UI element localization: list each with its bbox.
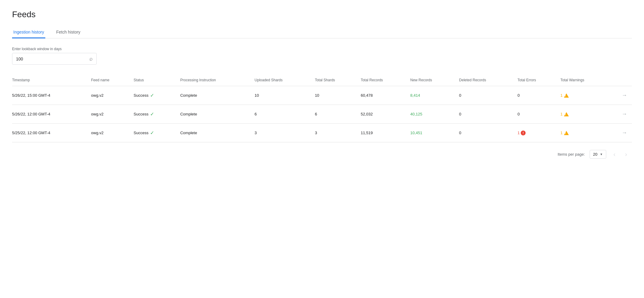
error-count: 0: [517, 93, 520, 98]
table-header-row: Timestamp Feed name Status Processing In…: [12, 74, 632, 86]
cell-feed-name: owg.v2: [91, 105, 134, 124]
error-icon: !: [521, 131, 526, 135]
warning-icon: [564, 112, 569, 116]
cell-feed-name: owg.v2: [91, 86, 134, 105]
cell-timestamp: 5/26/22, 12:00 GMT-4: [12, 105, 91, 124]
error-count: 0: [517, 112, 520, 116]
status-text: Success: [134, 131, 148, 135]
table-container: Timestamp Feed name Status Processing In…: [12, 74, 632, 142]
tab-bar: Ingestion history Fetch history: [12, 27, 632, 38]
col-total-shards: Total Shards: [315, 74, 361, 86]
search-icon[interactable]: ⌕: [89, 56, 93, 62]
check-icon: ✓: [150, 111, 154, 117]
cell-total-warnings: 1: [560, 124, 613, 142]
search-input[interactable]: [16, 57, 87, 61]
ingestion-table: Timestamp Feed name Status Processing In…: [12, 74, 632, 142]
cell-deleted-records: 0: [459, 105, 517, 124]
prev-page-button[interactable]: ‹: [611, 150, 618, 159]
cell-processing-instruction: Complete: [180, 105, 255, 124]
cell-action[interactable]: →: [613, 86, 632, 105]
cell-total-errors: 0: [517, 86, 560, 105]
cell-total-warnings: 1: [560, 105, 613, 124]
per-page-select[interactable]: 20 ▼: [590, 150, 606, 159]
tab-fetch-history[interactable]: Fetch history: [55, 27, 82, 38]
cell-uploaded-shards: 3: [255, 124, 315, 142]
cell-total-errors: 1 !: [517, 124, 560, 142]
cell-feed-name: owg.v2: [91, 124, 134, 142]
new-records-value: 40,125: [410, 112, 422, 116]
col-action: [613, 74, 632, 86]
error-count: 1: [517, 131, 520, 135]
col-deleted-records: Deleted Records: [459, 74, 517, 86]
warning-icon: [564, 131, 569, 135]
col-status: Status: [134, 74, 180, 86]
cell-new-records: 8,414: [410, 86, 459, 105]
cell-timestamp: 5/25/22, 12:00 GMT-4: [12, 124, 91, 142]
col-timestamp: Timestamp: [12, 74, 91, 86]
cell-total-records: 52,032: [361, 105, 410, 124]
cell-new-records: 40,125: [410, 105, 459, 124]
table-row: 5/26/22, 12:00 GMT-4 owg.v2 Success ✓ Co…: [12, 105, 632, 124]
cell-total-records: 60,478: [361, 86, 410, 105]
check-icon: ✓: [150, 92, 154, 98]
warning-count: 1: [560, 112, 562, 116]
warning-icon: [564, 93, 569, 98]
col-total-errors: Total Errors: [517, 74, 560, 86]
cell-total-warnings: 1: [560, 86, 613, 105]
cell-new-records: 10,451: [410, 124, 459, 142]
next-page-button[interactable]: ›: [623, 150, 630, 159]
cell-total-errors: 0: [517, 105, 560, 124]
cell-status: Success ✓: [134, 86, 180, 105]
warning-cell: 1: [560, 112, 608, 116]
cell-total-shards: 3: [315, 124, 361, 142]
search-label: Enter lookback window in days: [12, 47, 632, 51]
col-new-records: New Records: [410, 74, 459, 86]
col-uploaded-shards: Uploaded Shards: [255, 74, 315, 86]
cell-processing-instruction: Complete: [180, 124, 255, 142]
col-feed-name: Feed name: [91, 74, 134, 86]
page-container: Feeds Ingestion history Fetch history En…: [0, 0, 644, 169]
cell-processing-instruction: Complete: [180, 86, 255, 105]
warning-count: 1: [560, 131, 562, 135]
cell-uploaded-shards: 6: [255, 105, 315, 124]
check-icon: ✓: [150, 130, 154, 136]
cell-uploaded-shards: 10: [255, 86, 315, 105]
chevron-down-icon: ▼: [600, 153, 603, 156]
cell-deleted-records: 0: [459, 124, 517, 142]
status-text: Success: [134, 112, 148, 116]
cell-timestamp: 5/26/22, 15:00 GMT-4: [12, 86, 91, 105]
per-page-value: 20: [593, 152, 597, 157]
pagination: Items per page: 20 ▼ ‹ ›: [12, 150, 632, 159]
cell-total-records: 11,519: [361, 124, 410, 142]
status-text: Success: [134, 93, 148, 98]
table-row: 5/26/22, 15:00 GMT-4 owg.v2 Success ✓ Co…: [12, 86, 632, 105]
col-total-records: Total Records: [361, 74, 410, 86]
cell-action[interactable]: →: [613, 124, 632, 142]
cell-status: Success ✓: [134, 105, 180, 124]
page-title: Feeds: [12, 10, 632, 19]
cell-total-shards: 6: [315, 105, 361, 124]
cell-action[interactable]: →: [613, 105, 632, 124]
cell-deleted-records: 0: [459, 86, 517, 105]
col-total-warnings: Total Warnings: [560, 74, 613, 86]
cell-total-shards: 10: [315, 86, 361, 105]
new-records-value: 8,414: [410, 93, 420, 98]
tab-ingestion-history[interactable]: Ingestion history: [12, 27, 45, 38]
warning-cell: 1: [560, 131, 608, 135]
items-per-page-label: Items per page:: [558, 152, 585, 157]
col-processing-instruction: Processing Instruction: [180, 74, 255, 86]
table-row: 5/25/22, 12:00 GMT-4 owg.v2 Success ✓ Co…: [12, 124, 632, 142]
search-section: Enter lookback window in days ⌕: [12, 47, 632, 65]
warning-cell: 1: [560, 93, 608, 98]
search-box: ⌕: [12, 53, 97, 65]
new-records-value: 10,451: [410, 131, 422, 135]
warning-count: 1: [560, 93, 562, 98]
cell-status: Success ✓: [134, 124, 180, 142]
